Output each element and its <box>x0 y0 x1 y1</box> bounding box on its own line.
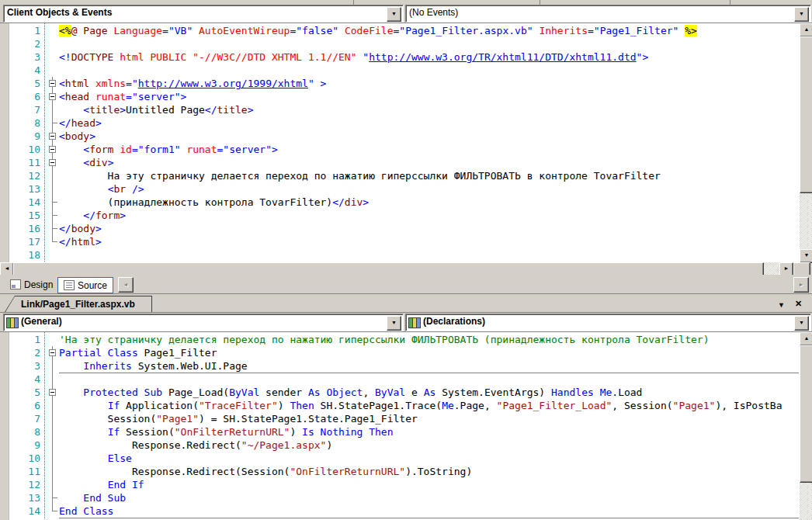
code-line[interactable]: 2 <box>0 37 799 50</box>
code-line[interactable]: 6 If Application("TraceFilter") Then SH.… <box>0 399 799 412</box>
code-line[interactable]: 4 <box>0 373 799 386</box>
class-members-icon <box>6 317 19 328</box>
fold-tree-line <box>47 169 59 182</box>
fold-collapse-icon[interactable] <box>47 130 59 143</box>
code-line[interactable]: 14End Class <box>0 504 799 518</box>
code-line[interactable]: 13 End Sub <box>0 491 799 504</box>
fold-tree-line <box>47 491 59 504</box>
code-line[interactable]: 10 <form id="form1" runat="server"> <box>0 143 799 156</box>
code-line[interactable]: 10 Else <box>0 452 799 465</box>
code-text: Else <box>59 452 132 465</box>
code-line[interactable]: 9<body> <box>0 130 799 143</box>
fold-collapse-icon[interactable] <box>47 143 59 156</box>
code-line[interactable]: 14 (принадлежность контрола TovarFilter)… <box>0 196 799 209</box>
declarations-dropdown[interactable]: (Declarations) ▼ <box>405 314 811 331</box>
code-line[interactable]: 12 End If <box>0 478 799 491</box>
declarations-dropdown-value: (Declarations) <box>423 316 485 327</box>
code-line[interactable]: 8</head> <box>0 116 799 130</box>
dropdown-arrow-icon[interactable]: ▼ <box>387 316 401 331</box>
fold-collapse-icon[interactable] <box>47 386 59 399</box>
code-text: Inherits System.Web.UI.Page <box>59 359 248 373</box>
source-icon <box>64 280 75 290</box>
tab-scroll-left-icon[interactable]: ◄ <box>118 277 134 293</box>
scroll-up-icon[interactable]: ▲ <box>800 332 812 346</box>
code-line[interactable]: 12 На эту страничку делается переход по … <box>0 169 799 182</box>
code-line[interactable]: 8 If Session("OnFilterReturnURL") Is Not… <box>0 425 799 439</box>
tab-page1-filter-vb[interactable]: Link/Page1_Filter.aspx.vb <box>5 296 152 312</box>
line-number: 1 <box>0 24 40 37</box>
line-number: 18 <box>0 248 40 262</box>
dropdown-arrow-icon[interactable]: ▼ <box>794 316 809 331</box>
fold-collapse-icon[interactable] <box>47 156 59 169</box>
code-text: <title>Untitled Page</title> <box>59 103 253 116</box>
bottom-editor-vertical-scrollbar[interactable]: ▲ <box>800 332 812 520</box>
dropdown-arrow-icon[interactable]: ▼ <box>387 7 401 22</box>
line-number: 9 <box>0 439 40 452</box>
code-line[interactable]: 2Partial Class Page1_Filter <box>0 346 799 359</box>
general-dropdown[interactable]: (General) ▼ <box>3 314 404 331</box>
fold-tree-line <box>47 478 59 491</box>
fold-tree-line <box>47 359 59 373</box>
tab-design[interactable]: Design <box>5 277 58 292</box>
scroll-up-icon[interactable]: ▲ <box>800 23 812 37</box>
scrollbar-thumb[interactable] <box>800 345 812 483</box>
close-icon[interactable]: ✕ <box>795 299 802 308</box>
fold-collapse-icon[interactable] <box>47 90 59 103</box>
vb-code-editor[interactable]: 1'На эту страничку делается переход по н… <box>0 331 812 520</box>
code-line[interactable]: 3<!DOCTYPE html PUBLIC "-//W3C//DTD XHTM… <box>0 50 799 64</box>
code-line[interactable]: 17</html> <box>0 235 799 248</box>
fold-collapse-icon[interactable] <box>47 346 59 359</box>
fold-tree-line <box>47 196 59 209</box>
chevron-down-icon[interactable]: ▼ <box>778 300 785 310</box>
scrollbar-thumb[interactable] <box>800 36 812 193</box>
top-editor-vertical-scrollbar[interactable]: ▲ ▼ <box>800 23 812 263</box>
procedure-separator <box>59 518 799 518</box>
client-objects-dropdown[interactable]: Client Objects & Events ▼ <box>3 5 404 23</box>
line-number: 4 <box>0 64 40 77</box>
code-line[interactable]: 18 <box>0 248 799 262</box>
code-line[interactable]: 1'На эту страничку делается переход по н… <box>0 333 799 346</box>
code-line[interactable]: 1<%@ Page Language="VB" AutoEventWireup=… <box>0 24 799 37</box>
line-number: 7 <box>0 103 40 116</box>
top-editor-horizontal-scrollbar[interactable]: ◄ ► <box>0 262 812 275</box>
code-text: На эту страничку делается переход по наж… <box>59 169 661 182</box>
code-line[interactable]: 4 <box>0 64 799 77</box>
code-line[interactable]: 13 <br /> <box>0 182 799 196</box>
fold-tree-line <box>47 182 59 196</box>
fold-tree-line <box>47 439 59 452</box>
fold-tree-line <box>47 465 59 478</box>
line-number: 14 <box>0 504 40 518</box>
code-line[interactable]: 7 Session("Page1") = SH.StatePage1.State… <box>0 412 799 425</box>
scroll-down-icon[interactable]: ▼ <box>800 249 812 263</box>
code-line[interactable]: 15 </form> <box>0 209 799 222</box>
code-line[interactable]: 9 Response.Redirect("~/Page1.aspx") <box>0 439 799 452</box>
aspx-code-area[interactable]: 1<%@ Page Language="VB" AutoEventWireup=… <box>0 24 799 263</box>
line-number: 10 <box>0 143 40 156</box>
design-icon <box>10 279 21 289</box>
events-dropdown-value: (No Events) <box>409 7 458 18</box>
code-line[interactable]: 5 Protected Sub Page_Load(ByVal sender A… <box>0 386 799 399</box>
line-number: 1 <box>0 333 40 346</box>
code-line[interactable]: 3 Inherits System.Web.UI.Page <box>0 359 799 373</box>
code-text: 'На эту страничку делается переход по на… <box>59 333 709 346</box>
vb-code-area[interactable]: 1'На эту страничку делается переход по н… <box>0 333 799 520</box>
dropdown-arrow-icon[interactable]: ▼ <box>794 7 809 22</box>
code-line[interactable]: 7 <title>Untitled Page</title> <box>0 103 799 116</box>
code-line[interactable]: 16</body> <box>0 222 799 235</box>
code-line[interactable]: 6<head runat="server"> <box>0 90 799 103</box>
events-dropdown[interactable]: (No Events) ▼ <box>405 5 811 23</box>
code-line[interactable]: 5<html xmlns="http://www.w3.org/1999/xht… <box>0 77 799 90</box>
code-line[interactable]: 11 <div> <box>0 156 799 169</box>
code-text: Response.Redirect("~/Page1.aspx") <box>59 439 332 452</box>
code-line[interactable]: 11 Response.Redirect(Session("OnFilterRe… <box>0 465 799 478</box>
fold-collapse-icon[interactable] <box>47 77 59 90</box>
fold-tree-line <box>47 504 59 518</box>
tab-source[interactable]: Source <box>57 277 113 293</box>
ide-window: Client Objects & Events ▼ (No Events) ▼ … <box>0 0 812 520</box>
aspx-source-editor[interactable]: 1<%@ Page Language="VB" AutoEventWireup=… <box>0 23 812 263</box>
code-text: End Sub <box>59 491 126 504</box>
tab-scroll-right-icon[interactable]: ► <box>793 277 809 293</box>
code-text: If Application("TraceFilter") Then SH.St… <box>59 399 782 412</box>
line-number: 11 <box>0 465 40 478</box>
code-text: <!DOCTYPE html PUBLIC "-//W3C//DTD XHTML… <box>59 50 648 64</box>
